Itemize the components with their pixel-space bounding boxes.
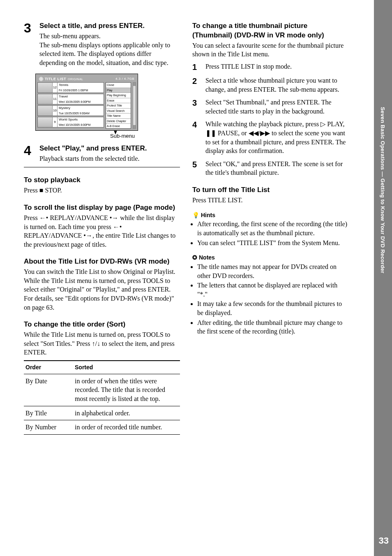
title-list-row: 10 Mystery Tue 10/25/2005 9:00AM — [37, 105, 104, 116]
row-date: Wed 10/19/2005 8:00PM — [59, 123, 102, 127]
step-text: Press TITLE LIST in stop mode. — [205, 62, 292, 72]
body-text: While the Title List menu is turned on, … — [24, 276, 180, 294]
table-row: By Title in alphabetical order. — [24, 406, 180, 420]
diagram-capacity: 4.3 / 4.7GB — [115, 77, 134, 81]
title-list-diagram: TITLE LIST ORIGINAL 4.3 / 4.7GB 12 Tenni… — [35, 74, 138, 131]
step-number: 4 — [192, 120, 201, 155]
substep-2: 2 Select a title whose thumbnail picture… — [192, 76, 348, 94]
body-text: You can switch the Title List to show Or… — [24, 267, 180, 276]
subheading: To turn off the Title List — [192, 185, 348, 195]
left-column: 3 Select a title, and press ENTER. The s… — [24, 21, 180, 435]
diagram-caption: Sub-menu — [65, 132, 180, 140]
hints-list: After recording, the first scene of the … — [192, 220, 348, 247]
table-cell: By Date — [24, 374, 73, 406]
substep-3: 3 Select "Set Thumbnail," and press ENTE… — [192, 98, 348, 116]
hints-label: Hints — [201, 211, 215, 219]
body-text: You can select a favourite scene for the… — [192, 41, 348, 59]
row-date: Fri 10/28/2005 1:00PM — [59, 88, 102, 92]
step-number: 3 — [24, 21, 35, 67]
row-thumbnail — [38, 117, 53, 127]
subheading: To scroll the list display by page (Page… — [24, 203, 180, 213]
list-item: It may take a few seconds for the thumbn… — [197, 299, 348, 317]
step-4: 4 Select "Play," and press ENTER. Playba… — [24, 144, 180, 163]
row-thumbnail — [38, 106, 53, 116]
title-list-row: 11 Travel Wed 10/26/2005 8:00PM — [37, 94, 104, 104]
step-text: Select "Set Thumbnail," and press ENTER.… — [205, 98, 348, 116]
callout-arrow-icon — [114, 130, 117, 134]
body-text: Press TITLE LIST. — [192, 196, 348, 205]
title-list-row: 12 Tennis Fri 10/28/2005 1:00PM — [37, 82, 104, 93]
step-number: 5 — [192, 160, 201, 177]
row-title: Mystery — [59, 106, 102, 111]
hints-heading: 💡 Hints — [192, 211, 348, 219]
row-thumbnail — [38, 94, 53, 104]
note-icon: ✪ — [192, 254, 197, 262]
row-title: Tennis — [59, 83, 102, 88]
hint-icon: 💡 — [192, 211, 199, 219]
row-date: Wed 10/26/2005 8:00PM — [59, 100, 102, 104]
submenu-item: Title Name — [106, 114, 131, 118]
row-date: Tue 10/25/2005 9:00AM — [59, 111, 102, 115]
subheading: To change the title order (Sort) — [24, 320, 180, 329]
title-list-row: 9 World Sports Wed 10/19/2005 8:00PM — [37, 117, 104, 127]
diagram-title: TITLE LIST — [45, 76, 66, 81]
subheading: About the Title List for DVD-RWs (VR mod… — [24, 257, 180, 266]
diagram-mode: ORIGINAL — [68, 77, 83, 81]
list-item: After editing, the title thumbnail pictu… — [197, 318, 348, 336]
submenu-item: Play — [106, 88, 131, 93]
table-header: Sorted — [73, 361, 180, 374]
submenu-item: Play Beginning — [106, 93, 131, 98]
divider — [24, 167, 180, 167]
row-number: 10 — [53, 106, 58, 116]
step-text: While watching the playback picture, pre… — [205, 120, 348, 155]
table-cell: By Title — [24, 406, 73, 420]
step-text: Playback starts from the selected title. — [39, 154, 147, 163]
step-text: Select a title whose thumbnail picture y… — [205, 76, 348, 94]
step-text: Select "OK," and press ENTER. The scene … — [205, 160, 348, 177]
body-text: Press ■ STOP. — [24, 186, 180, 195]
submenu-popup: Close Play Play Beginning Erase Protect … — [106, 82, 131, 129]
page-number: 33 — [379, 535, 389, 546]
notes-heading: ✪ Notes — [192, 254, 348, 262]
sidebar-tab: Seven Basic Operations — Getting to Know… — [374, 0, 392, 556]
submenu-item: Protect Title — [106, 103, 131, 108]
right-column: To change a title thumbnail picture (Thu… — [192, 21, 348, 435]
table-cell: in alphabetical order. — [73, 406, 180, 420]
table-row: By Date in order of when the titles were… — [24, 374, 180, 406]
row-thumbnail — [38, 83, 53, 93]
row-title: World Sports — [59, 118, 102, 122]
step-number: 1 — [192, 62, 201, 72]
step-text: The sub-menu appears. — [39, 32, 180, 41]
table-cell: in order of when the titles were recorde… — [73, 374, 180, 406]
body-text: For details, see "Edit options for DVD-R… — [24, 294, 180, 312]
subheading: To change a title thumbnail picture (Thu… — [192, 21, 348, 40]
substep-4: 4 While watching the playback picture, p… — [192, 120, 348, 155]
step-number: 4 — [24, 144, 35, 163]
submenu-item: Delete Chapter — [106, 119, 131, 124]
table-cell: By Number — [24, 420, 73, 435]
diagram-scrollbar — [133, 82, 136, 129]
subheading: To stop playback — [24, 176, 180, 185]
body-text: While the Title List menu is turned on, … — [24, 330, 180, 357]
step-heading: Select a title, and press ENTER. — [39, 21, 180, 31]
step-number: 3 — [192, 98, 201, 116]
list-item: The letters that cannot be displayed are… — [197, 281, 348, 299]
list-item: You can select "TITLE LIST" from the Sys… — [197, 239, 348, 248]
substep-5: 5 Select "OK," and press ENTER. The scen… — [192, 160, 348, 177]
step-text: The sub-menu displays options applicable… — [39, 41, 180, 67]
disc-icon — [39, 77, 43, 81]
submenu-item: Close — [106, 83, 131, 88]
chapter-title: Seven Basic Operations — Getting to Know… — [380, 107, 386, 273]
step-heading: Select "Play," and press ENTER. — [39, 144, 147, 153]
submenu-item: Visual Search — [106, 109, 131, 114]
row-number: 11 — [53, 94, 58, 104]
table-row: By Number in order of recorded title num… — [24, 420, 180, 435]
body-text: Press ←• REPLAY/ADVANCE •→ while the lis… — [24, 213, 180, 249]
submenu-item: Erase — [106, 98, 131, 103]
step-3: 3 Select a title, and press ENTER. The s… — [24, 21, 180, 67]
substep-1: 1 Press TITLE LIST in stop mode. — [192, 62, 348, 72]
list-item: After recording, the first scene of the … — [197, 220, 348, 237]
notes-label: Notes — [199, 254, 215, 262]
row-title: Travel — [59, 95, 102, 99]
row-number: 12 — [53, 83, 58, 93]
